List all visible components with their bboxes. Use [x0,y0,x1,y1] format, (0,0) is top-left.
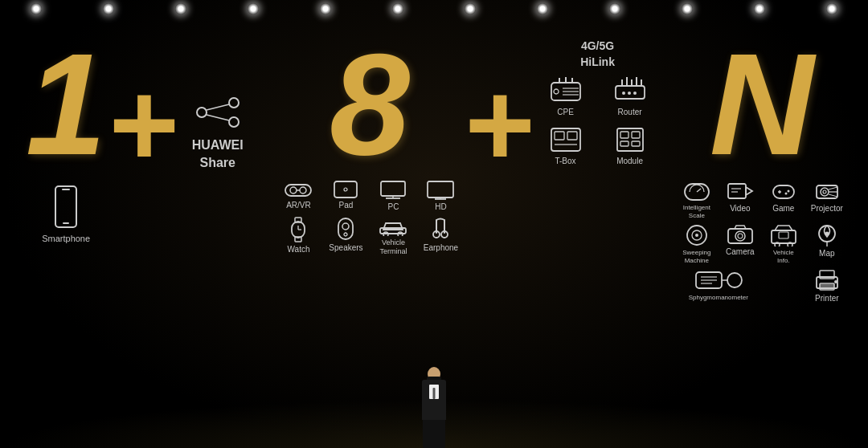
svg-point-49 [622,92,625,95]
svg-point-39 [554,89,559,94]
device-vehicle: VehicleTerminal [371,217,416,256]
svg-point-27 [344,233,347,236]
eight-devices-grid: AR/VR Pad PC [276,181,463,256]
number-one: 1 [26,32,106,177]
svg-point-89 [825,232,829,236]
device-sweeper: SweepingMachine [677,224,717,264]
svg-point-9 [290,187,297,193]
device-watch: Watch [276,217,321,256]
device-cpe-label: CPE [557,108,574,117]
device-camera: Camera [720,224,760,264]
device-vehicleinfo: VehicleInfo. [764,224,804,264]
device-speakers-label: Speakers [329,243,362,253]
plus-symbol-1: + [107,64,178,185]
letter-n: N [710,32,814,177]
svg-point-86 [788,242,792,246]
device-tbox: T-Box [538,125,594,166]
device-printer: Printer [807,269,847,303]
svg-rect-60 [632,141,640,146]
svg-rect-67 [773,185,794,198]
device-watch-label: Watch [288,245,310,255]
svg-marker-64 [746,187,752,195]
device-hd-label: HD [435,202,446,212]
light-4 [248,3,259,14]
section-hilink: 4G/5G HiLink CPE [526,32,670,166]
svg-point-102 [834,280,837,283]
light-6 [392,3,403,14]
device-pad: Pad [324,181,368,212]
svg-point-26 [342,223,349,230]
device-module-label: Module [616,157,643,166]
device-sweeper-label: SweepingMachine [682,249,710,264]
presenter-area [406,320,462,448]
svg-point-71 [784,193,787,195]
svg-line-77 [829,194,837,197]
device-game: Game [764,181,804,219]
svg-line-6 [207,104,229,110]
device-vehicleinfo-label: VehicleInfo. [773,249,794,264]
device-projector: Projector [807,181,847,219]
svg-rect-54 [567,132,577,140]
light-9 [609,3,620,14]
svg-rect-58 [632,132,640,138]
device-router: Router [602,76,658,117]
svg-point-73 [821,188,829,196]
section-n: N IntelligentScale Video [674,32,850,303]
svg-point-80 [695,234,698,237]
device-router-label: Router [618,108,642,117]
device-game-label: Game [772,204,794,214]
hilink-title: 4G/5G HiLink [580,39,615,70]
hilink-devices-grid: CPE Router [538,76,658,166]
device-earphone-label: Earphone [424,243,458,253]
smartphone-label: Smartphone [42,234,90,243]
stage-lights [0,0,868,24]
svg-rect-12 [334,181,357,198]
device-map-label: Map [819,249,834,259]
device-scale-label: IntelligentScale [683,204,710,219]
smartphone-icon: Smartphone [42,185,90,243]
light-7 [465,3,476,14]
plus-one: + [117,32,166,185]
device-tbox-label: T-Box [555,157,575,166]
svg-point-83 [738,234,743,238]
svg-rect-1 [62,189,70,190]
device-camera-label: Camera [726,247,755,257]
svg-point-13 [344,188,347,191]
svg-rect-53 [555,132,564,140]
device-printer-label: Printer [815,294,838,303]
device-pc: PC [371,181,416,212]
device-vehicle-label: VehicleTerminal [379,238,407,256]
svg-rect-63 [728,184,746,198]
svg-rect-59 [620,141,628,146]
svg-point-4 [229,98,239,108]
device-projector-label: Projector [811,204,843,214]
light-3 [175,3,186,14]
light-5 [320,3,331,14]
device-scale: IntelligentScale [677,181,717,219]
device-empty-1 [764,269,804,303]
device-sphygmo: Sphygmomanometer [677,269,760,303]
huawei-share-label: HUAWEI Share [192,136,244,173]
device-map: Map [807,224,847,264]
n-devices-grid: IntelligentScale Video [677,181,847,303]
svg-point-70 [787,190,789,193]
light-8 [537,3,548,14]
device-arvr: AR/VR [276,181,321,212]
section-one: 1 Smartphone [18,32,114,243]
svg-line-62 [697,189,701,192]
svg-point-51 [633,92,637,95]
device-module: Module [602,125,658,166]
light-2 [103,3,114,14]
svg-point-92 [727,273,742,287]
device-video-label: Video [730,204,750,214]
plus-symbol-2: + [462,64,533,185]
svg-rect-17 [428,181,453,198]
svg-point-5 [229,117,239,127]
number-eight: 8 [330,32,410,177]
device-cpe: CPE [538,76,594,117]
svg-rect-57 [620,132,628,138]
svg-line-7 [207,115,229,120]
svg-rect-14 [381,181,405,196]
device-hd: HD [419,181,463,212]
device-pc-label: PC [388,202,399,212]
